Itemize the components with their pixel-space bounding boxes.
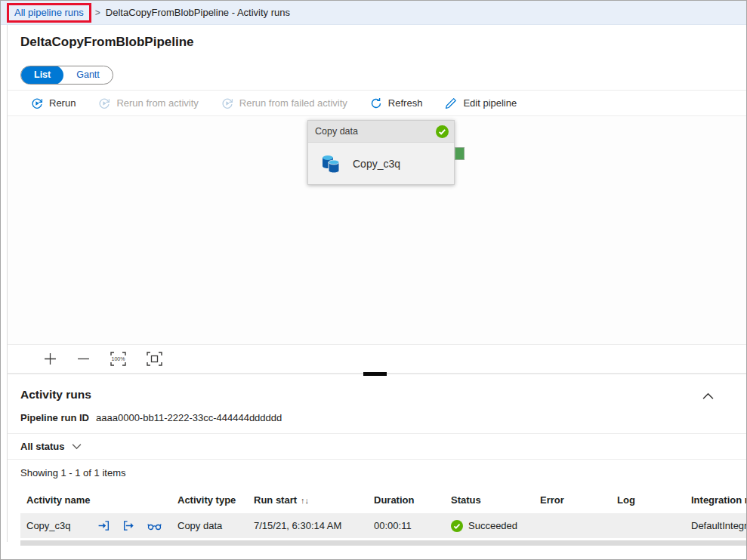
view-toggle: List Gantt [20, 66, 113, 85]
chevron-up-icon [702, 392, 714, 400]
breadcrumb-all-pipeline-runs[interactable]: All pipeline runs [7, 3, 91, 23]
copy-data-icon [319, 152, 342, 174]
toolbar: Rerun Rerun from activity Rerun from fai… [8, 90, 746, 116]
chevron-down-icon [72, 443, 82, 450]
activity-runs-title: Activity runs [20, 376, 746, 402]
rerun-button[interactable]: Rerun [31, 97, 76, 109]
refresh-button[interactable]: Refresh [370, 97, 423, 109]
row-activity-type: Copy data [171, 520, 248, 531]
zoom-out-button[interactable] [77, 352, 90, 365]
pipeline-run-id-label: Pipeline run ID [20, 412, 89, 423]
details-button[interactable] [147, 521, 162, 531]
node-output-port[interactable] [455, 147, 465, 160]
zoom-in-button[interactable] [44, 352, 57, 365]
input-button[interactable] [97, 519, 110, 532]
pipeline-run-id-value: aaaa0000-bb11-2222-33cc-444444dddddd [96, 412, 282, 423]
pipeline-run-id: Pipeline run ID aaaa0000-bb11-2222-33cc-… [20, 412, 746, 423]
output-button[interactable] [122, 519, 135, 532]
table-header-row: Activity name Activity type Run start↑↓ … [20, 487, 746, 513]
status-filter-row: All status [8, 433, 746, 459]
breadcrumb-separator: > [95, 8, 100, 18]
row-duration: 00:00:11 [368, 520, 445, 531]
zoom-fit-button[interactable] [147, 352, 162, 366]
canvas-zoom-controls: 100% [8, 344, 746, 373]
success-check-icon [451, 520, 463, 532]
table-row[interactable]: Copy_c3q Copy data 7/15/21, 6: [20, 513, 746, 538]
refresh-icon [370, 97, 382, 109]
col-activity-type[interactable]: Activity type [171, 494, 248, 506]
copy-activity-node[interactable]: Copy data Copy_c3q [307, 120, 455, 185]
horizontal-scrollbar[interactable] [20, 540, 746, 546]
rerun-from-failed-activity-label: Rerun from failed activity [239, 97, 347, 109]
status-filter-dropdown[interactable]: All status [20, 434, 746, 459]
col-integration-runtime[interactable]: Integration runtime [685, 494, 746, 506]
row-run-start: 7/15/21, 6:30:14 AM [248, 520, 368, 531]
page-title: DeltaCopyFromBlobPipeline [20, 25, 746, 50]
pipeline-canvas[interactable]: Copy data Copy_c3q [8, 116, 746, 344]
rerun-icon [31, 97, 43, 109]
zoom-level-icon: 100% [110, 352, 126, 366]
tab-gantt[interactable]: Gantt [63, 66, 113, 85]
rerun-icon [98, 97, 110, 109]
showing-count-text: Showing 1 - 1 of 1 items [8, 459, 746, 485]
pencil-icon [445, 97, 457, 109]
col-status[interactable]: Status [445, 494, 534, 506]
edit-pipeline-label: Edit pipeline [463, 97, 517, 109]
activity-runs-panel: Activity runs Pipeline run ID aaaa0000-b… [20, 376, 746, 546]
breadcrumb-current-page: DeltaCopyFromBlobPipeline - Activity run… [106, 7, 290, 18]
activity-node-header: Copy data [308, 121, 454, 143]
rerun-from-failed-activity-button[interactable]: Rerun from failed activity [221, 97, 347, 109]
activity-type-label: Copy data [315, 126, 358, 137]
row-activity-name: Copy_c3q [26, 520, 97, 531]
row-status: Succeeded [445, 520, 534, 532]
collapse-panel-button[interactable] [702, 392, 714, 400]
zoom-in-icon [44, 352, 57, 365]
status-filter-label: All status [20, 441, 65, 452]
col-error[interactable]: Error [534, 494, 611, 506]
main-content: DeltaCopyFromBlobPipeline List Gantt Rer… [7, 25, 746, 542]
rerun-from-activity-label: Rerun from activity [116, 97, 198, 109]
svg-text:100%: 100% [112, 356, 125, 362]
activity-name-label: Copy_c3q [353, 158, 400, 170]
pipeline-activity-runs-window: All pipeline runs > DeltaCopyFromBlobPip… [0, 0, 747, 560]
zoom-fit-icon [147, 352, 162, 366]
rerun-icon [221, 97, 233, 109]
tab-list[interactable]: List [21, 66, 63, 85]
row-status-label: Succeeded [468, 520, 517, 531]
input-icon [97, 519, 110, 532]
refresh-label: Refresh [388, 97, 423, 109]
details-glasses-icon [147, 521, 162, 531]
rerun-from-activity-button[interactable]: Rerun from activity [98, 97, 198, 109]
sort-arrows-icon: ↑↓ [301, 496, 309, 505]
breadcrumb: All pipeline runs > DeltaCopyFromBlobPip… [1, 1, 746, 25]
col-run-start[interactable]: Run start↑↓ [248, 494, 368, 506]
col-duration[interactable]: Duration [368, 494, 445, 506]
rerun-label: Rerun [49, 97, 76, 109]
activity-node-body: Copy_c3q [308, 143, 454, 184]
row-integration-runtime: DefaultIntegrationRuntime [685, 520, 746, 531]
col-activity-name[interactable]: Activity name [20, 494, 171, 506]
col-log[interactable]: Log [611, 494, 685, 506]
zoom-level-button[interactable]: 100% [110, 352, 126, 366]
output-icon [122, 519, 135, 532]
zoom-out-icon [77, 352, 90, 365]
success-check-icon [436, 125, 449, 138]
edit-pipeline-button[interactable]: Edit pipeline [445, 97, 517, 109]
